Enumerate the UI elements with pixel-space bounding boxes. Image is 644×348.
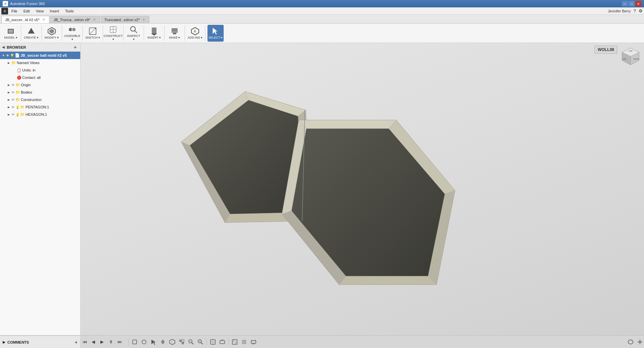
timeline-end-button[interactable]: ⏭ [116,338,124,346]
bottom-tool-7[interactable] [187,338,195,346]
orientation-cube[interactable]: TOP LEFT FRONT [620,46,641,66]
construct-button[interactable]: CONSTRUCT ▾ [105,25,121,42]
bottom-tool-5[interactable]: ⌂ [168,338,176,346]
create-icon [27,27,36,36]
tree-item-bodies[interactable]: ▶ 👁 📁 Bodies [0,89,80,96]
bottom-grid-button[interactable] [240,338,248,346]
pentagon1-expand[interactable]: ▶ [7,105,11,109]
root-eye-icon[interactable]: 👁 [6,54,9,57]
timeline-play-button[interactable]: ▶ [98,338,106,346]
bottom-zoom-to-fit[interactable] [231,338,239,346]
root-light-icon[interactable]: 💡 [10,54,14,57]
tab-3-close[interactable]: ✕ [142,18,146,22]
svg-rect-16 [152,28,156,34]
construct-icon [109,25,118,34]
title-bar: A Autodesk Fusion 360 ─ □ ✕ [0,0,644,7]
assemble-button[interactable]: ASSEMBLE ▾ [64,25,80,42]
model-button[interactable]: MODEL ▾ [3,25,19,42]
svg-marker-2 [28,28,35,34]
bottom-divider-2 [206,339,207,345]
bottom-display-button[interactable] [249,338,258,346]
timeline-start-button[interactable]: ⏮ [81,338,89,346]
origin-eye-icon[interactable]: 👁 [11,83,15,87]
comments-add-button[interactable]: + [75,340,78,345]
bottom-tool-8[interactable] [196,338,204,346]
bottom-tool-3[interactable] [149,338,157,346]
menu-tools[interactable]: Tools [62,8,77,14]
hexagon1-eye-icon[interactable]: 👁 [11,113,15,116]
bottom-tool-4[interactable] [159,338,167,346]
app-title: Autodesk Fusion 360 [10,2,622,6]
tab-1[interactable]: JB_soccer...ld #2 v5* ✕ [1,16,49,23]
svg-rect-19 [173,33,176,34]
timeline-pause-button[interactable]: ⏸ [107,338,115,346]
browser-title: BROWSER [7,45,26,49]
svg-rect-58 [182,340,184,342]
menu-insert[interactable]: Insert [47,8,62,14]
origin-expand[interactable]: ▶ [7,83,11,87]
svg-line-60 [192,343,193,344]
origin-label: Origin [21,83,31,87]
tree-item-hexagon1[interactable]: ▶ 👁 💡 📁 HEXAGON:1 [0,111,80,118]
bottom-right-tool-1[interactable] [627,338,635,346]
settings-icon[interactable]: ⚙ [639,8,643,13]
insert-button[interactable]: INSERT ▾ [146,25,162,42]
bodies-expand[interactable]: ▶ [7,90,11,94]
hexagon1-expand[interactable]: ▶ [7,112,11,116]
menu-view[interactable]: View [33,8,47,14]
make-button[interactable]: MAKE ▾ [167,25,183,42]
close-button[interactable]: ✕ [635,1,641,6]
bottom-tool-9[interactable] [209,338,217,346]
svg-rect-70 [221,340,224,341]
pentagon1-eye-icon[interactable]: 👁 [11,105,15,109]
bottom-tool-10[interactable] [218,338,226,346]
tab-3[interactable]: Truncated...edron v2* ✕ [101,16,149,23]
units-icon: 📋 [17,68,21,72]
tree-item-origin[interactable]: ▶ 👁 📁 Origin [0,81,80,89]
maximize-button[interactable]: □ [629,1,635,6]
tree-item-pentagon1[interactable]: ▶ 👁 💡 📁 PENTAGON:1 [0,103,80,111]
tree-item-named-views[interactable]: ▶ 📁 Named Views [0,59,80,66]
tab-1-label: JB_soccer...ld #2 v5* [5,18,40,22]
hexagon1-light-icon[interactable]: 💡 [15,113,19,116]
tab-2[interactable]: JB_Trunca...edron v9* ✕ [50,16,100,23]
hexagon1-label: HEXAGON:1 [26,112,47,116]
viewport[interactable]: WOLL08 [81,43,644,335]
bottom-right-tool-2[interactable] [636,338,644,346]
modify-button[interactable]: MODIFY ▾ [44,25,60,42]
bottom-tool-6[interactable] [178,338,186,346]
timeline-prev-button[interactable]: ◀ [89,338,97,346]
pentagon1-light-icon[interactable]: 💡 [15,105,19,109]
construction-eye-icon[interactable]: 👁 [11,98,15,102]
sketch-button[interactable]: SKETCH ▾ [85,25,101,42]
menu-edit[interactable]: Edit [21,8,33,14]
tree-item-units[interactable]: 📋 Units: in [0,66,80,74]
browser-collapse[interactable]: ◀ [2,45,5,49]
help-icon[interactable]: ? [634,8,636,13]
minimize-button[interactable]: ─ [622,1,628,6]
tree-item-contact[interactable]: 🔴 Contact: all [0,74,80,81]
construction-expand[interactable]: ▶ [7,98,11,102]
bodies-eye-icon[interactable]: 👁 [11,91,15,94]
bodies-label: Bodies [21,90,32,94]
root-expand-arrow[interactable]: ▼ [1,53,5,57]
tree-item-root[interactable]: ▼ 👁 💡 📄 JB_soccer ball mold #2 v5 [0,52,80,59]
bottom-move-button[interactable] [131,338,139,346]
tab-2-close[interactable]: ✕ [92,18,96,22]
addins-button[interactable]: A ADD-INS ▾ [187,25,203,42]
app-menu-icon[interactable]: ≡ [1,8,8,14]
bottom-select-button[interactable] [140,338,148,346]
comments-expand[interactable]: ▶ [3,340,5,344]
svg-rect-57 [182,342,184,344]
divider-4 [82,26,83,41]
tree-item-construction[interactable]: ▶ 👁 📁 Construction [0,96,80,103]
select-button[interactable]: SELECT ▾ [208,25,224,42]
origin-folder-icon: 📁 [15,83,20,87]
browser-add-button[interactable]: + [72,44,78,50]
create-button[interactable]: CREATE ▾ [23,25,39,42]
svg-marker-72 [233,341,235,342]
menu-file[interactable]: File [9,8,20,14]
tab-1-close[interactable]: ✕ [42,18,46,22]
named-views-expand[interactable]: ▶ [7,61,11,65]
inspect-button[interactable]: INSPECT ▾ [126,25,142,42]
